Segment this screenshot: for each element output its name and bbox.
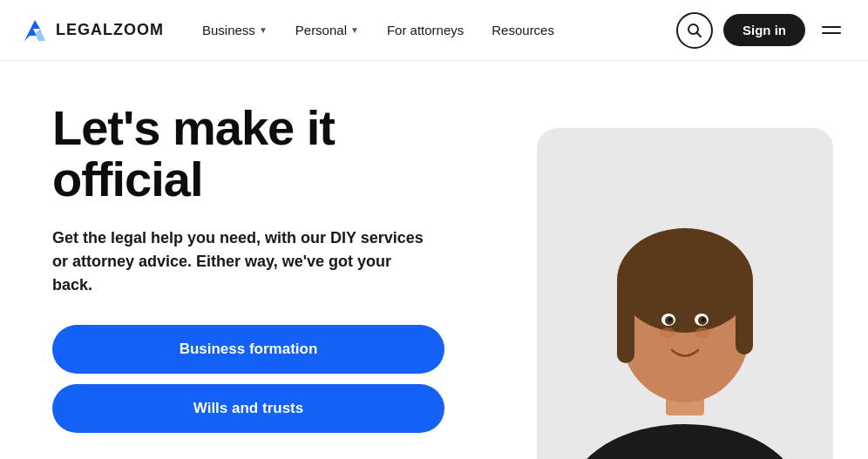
svg-point-12 xyxy=(695,327,710,338)
attorney-card xyxy=(537,128,833,459)
nav-resources-label: Resources xyxy=(492,23,554,37)
nav-business[interactable]: Business ▼ xyxy=(192,16,278,44)
nav-actions: Sign in xyxy=(676,12,847,49)
attorney-illustration xyxy=(537,128,833,459)
hero-image xyxy=(502,61,868,459)
menu-button[interactable] xyxy=(816,15,847,46)
logo[interactable]: LEGALZOOM xyxy=(21,17,164,44)
svg-point-11 xyxy=(660,327,675,338)
menu-line-1 xyxy=(822,26,841,28)
navbar: LEGALZOOM Business ▼ Personal ▼ For atto… xyxy=(0,0,868,61)
business-formation-button[interactable]: Business formation xyxy=(52,325,444,374)
hero-title: Let's make it official xyxy=(52,103,444,206)
hero-section: Let's make it official Get the legal hel… xyxy=(0,61,868,459)
sign-in-label: Sign in xyxy=(743,23,786,37)
hero-subtitle: Get the legal help you need, with our DI… xyxy=(52,226,436,297)
svg-point-17 xyxy=(668,318,672,321)
svg-point-8 xyxy=(617,228,753,333)
nav-resources[interactable]: Resources xyxy=(481,16,565,44)
logo-text: LEGALZOOM xyxy=(56,21,164,39)
business-formation-label: Business formation xyxy=(180,341,318,357)
svg-point-18 xyxy=(702,318,705,321)
svg-rect-10 xyxy=(736,276,753,354)
svg-line-3 xyxy=(697,32,702,37)
nav-links: Business ▼ Personal ▼ For attorneys Reso… xyxy=(192,16,676,44)
svg-rect-9 xyxy=(617,276,634,363)
nav-attorneys-label: For attorneys xyxy=(387,23,464,37)
search-button[interactable] xyxy=(676,12,713,49)
wills-trusts-button[interactable]: Wills and trusts xyxy=(52,384,444,433)
menu-line-2 xyxy=(822,32,841,34)
nav-for-attorneys[interactable]: For attorneys xyxy=(376,16,474,44)
nav-business-label: Business xyxy=(202,23,255,37)
cta-buttons: Business formation Wills and trusts xyxy=(52,325,444,433)
personal-chevron-icon: ▼ xyxy=(350,25,359,35)
nav-personal-label: Personal xyxy=(295,23,347,37)
search-icon xyxy=(687,23,702,38)
wills-trusts-label: Wills and trusts xyxy=(193,400,303,416)
svg-marker-1 xyxy=(35,29,45,41)
nav-personal[interactable]: Personal ▼ xyxy=(285,16,370,44)
hero-content: Let's make it official Get the legal hel… xyxy=(0,61,479,459)
business-chevron-icon: ▼ xyxy=(259,25,268,35)
legalzoom-logo-icon xyxy=(21,17,49,44)
sign-in-button[interactable]: Sign in xyxy=(723,14,805,46)
